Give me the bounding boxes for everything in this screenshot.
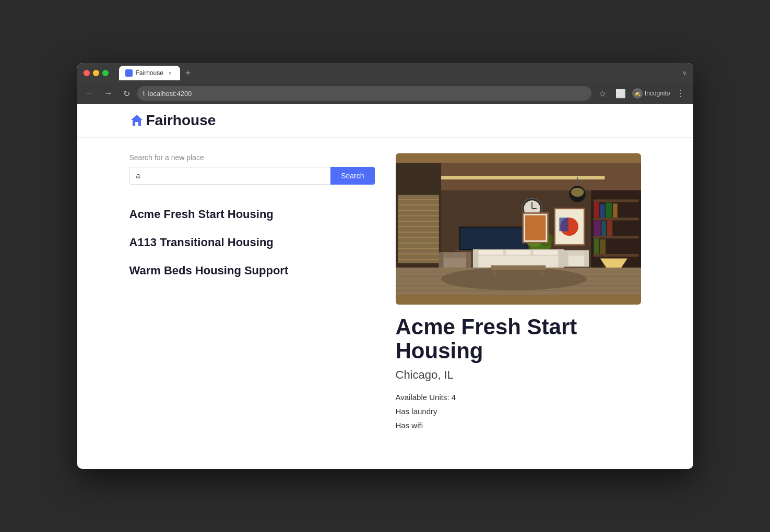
svg-rect-77 [466, 252, 470, 268]
tab-switch-button[interactable]: ⬜ [612, 87, 629, 101]
tab-bar: Fairhouse × + [119, 66, 678, 80]
list-item: A113 Transitional Housing [129, 228, 375, 257]
search-row: Search [129, 167, 375, 185]
property-image [396, 153, 641, 305]
property-title: Acme Fresh Start Housing [396, 315, 641, 363]
maximize-window-button[interactable] [102, 70, 109, 76]
svg-rect-64 [493, 270, 496, 276]
result-item-name[interactable]: A113 Transitional Housing [129, 236, 274, 249]
property-details: Available Units: 4 Has laundry Has wifi [396, 390, 641, 432]
result-list: Acme Fresh Start Housing A113 Transition… [129, 200, 375, 285]
svg-rect-57 [505, 250, 530, 255]
reload-button[interactable]: ↻ [120, 87, 133, 101]
svg-rect-65 [540, 270, 543, 276]
svg-rect-14 [594, 220, 600, 236]
traffic-lights [84, 70, 109, 76]
app-main: Search for a new place Search Acme Fresh… [77, 138, 693, 448]
incognito-icon: 🕵 [632, 88, 643, 99]
svg-rect-56 [478, 250, 503, 255]
browser-toolbar: ← → ↻ ℹ localhost:4200 ☆ ⬜ 🕵 Incognito ⋮ [77, 83, 693, 104]
svg-rect-16 [607, 220, 612, 236]
incognito-badge: 🕵 Incognito [632, 88, 670, 99]
svg-point-72 [571, 188, 583, 197]
svg-rect-75 [439, 252, 470, 257]
svg-rect-58 [532, 250, 558, 255]
svg-rect-68 [559, 217, 568, 231]
amenity-laundry: Has laundry [396, 404, 641, 418]
minimize-window-button[interactable] [93, 70, 99, 76]
tab-favicon-icon [125, 69, 133, 77]
tab-collapse-icon: ∨ [682, 69, 687, 77]
svg-rect-12 [606, 203, 612, 218]
left-panel: Search for a new place Search Acme Fresh… [129, 153, 375, 432]
svg-point-27 [441, 268, 587, 291]
active-tab[interactable]: Fairhouse × [119, 66, 180, 80]
back-button[interactable]: ← [82, 87, 97, 100]
house-icon [129, 113, 144, 128]
right-panel: Acme Fresh Start Housing Chicago, IL Ava… [396, 153, 641, 432]
svg-rect-9 [593, 254, 638, 257]
app-logo: Fairhouse [129, 112, 216, 129]
svg-rect-0 [135, 122, 138, 126]
page-content: Fairhouse Search for a new place Search … [77, 104, 693, 469]
bookmark-button[interactable]: ☆ [596, 87, 609, 101]
result-item-name[interactable]: Warm Beds Housing Support [129, 264, 289, 277]
svg-rect-61 [564, 250, 568, 267]
svg-rect-15 [601, 221, 606, 236]
browser-titlebar: Fairhouse × + ∨ [77, 63, 693, 83]
list-item: Warm Beds Housing Support [129, 257, 375, 285]
svg-rect-74 [439, 256, 470, 268]
svg-rect-17 [594, 238, 599, 254]
toolbar-actions: ☆ ⬜ 🕵 Incognito ⋮ [596, 87, 688, 101]
svg-rect-55 [558, 249, 563, 268]
search-input[interactable] [129, 167, 331, 185]
search-label: Search for a new place [129, 153, 375, 162]
app-name: Fairhouse [146, 112, 216, 129]
app-header: Fairhouse [77, 104, 693, 138]
incognito-label: Incognito [645, 90, 670, 97]
list-item: Acme Fresh Start Housing [129, 200, 375, 228]
svg-rect-63 [491, 265, 545, 270]
svg-rect-70 [525, 215, 546, 240]
svg-rect-62 [584, 250, 589, 267]
search-button[interactable]: Search [330, 167, 374, 185]
info-icon: ℹ [143, 90, 145, 97]
property-location: Chicago, IL [396, 368, 641, 382]
svg-rect-43 [460, 227, 526, 249]
svg-rect-18 [599, 239, 605, 254]
menu-button[interactable]: ⋮ [673, 87, 688, 101]
close-window-button[interactable] [84, 70, 90, 76]
room-illustration-svg [396, 153, 641, 305]
svg-rect-7 [593, 217, 638, 220]
forward-button[interactable]: → [101, 87, 116, 100]
available-units: Available Units: 4 [396, 390, 641, 404]
tab-close-button[interactable]: × [167, 69, 174, 77]
browser-window: Fairhouse × + ∨ ← → ↻ ℹ localhost:4200 ☆… [77, 63, 693, 469]
svg-rect-8 [593, 236, 638, 238]
svg-rect-76 [439, 252, 443, 268]
amenity-wifi: Has wifi [396, 418, 641, 432]
address-text: localhost:4200 [148, 90, 192, 98]
address-bar[interactable]: ℹ localhost:4200 [137, 86, 591, 101]
svg-rect-13 [613, 203, 618, 217]
svg-rect-11 [600, 204, 605, 217]
new-tab-button[interactable]: + [182, 68, 194, 79]
svg-rect-54 [472, 249, 478, 268]
tab-title: Fairhouse [136, 69, 163, 77]
result-item-name[interactable]: Acme Fresh Start Housing [129, 208, 274, 221]
svg-rect-3 [432, 176, 605, 179]
svg-rect-10 [594, 202, 599, 218]
svg-rect-6 [593, 199, 638, 202]
